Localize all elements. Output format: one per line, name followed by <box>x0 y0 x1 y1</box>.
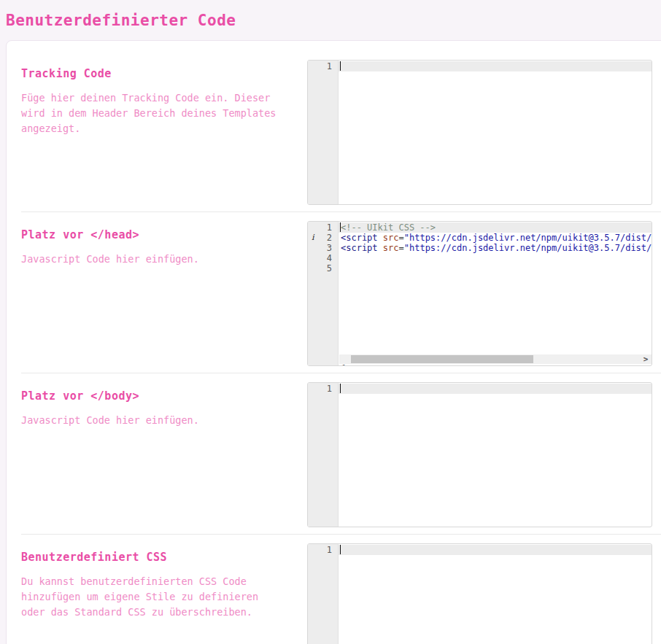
code-token: src <box>383 233 399 243</box>
section-divider <box>21 212 661 212</box>
section-divider <box>21 534 661 535</box>
editor-content[interactable] <box>339 384 652 527</box>
code-line <box>339 253 652 263</box>
editor-content[interactable] <box>339 545 652 644</box>
section-divider <box>21 373 661 373</box>
lint-info-marker: i <box>312 233 314 243</box>
section-heading: Tracking Code <box>21 67 285 80</box>
section-row-before-body: Platz vor </body> Javascript Code hier e… <box>21 382 661 527</box>
section-description: Du kannst benutzerdefinierten CSS Code h… <box>21 574 285 620</box>
text-cursor <box>340 61 341 71</box>
page-title: Benutzerdefinierter Code <box>0 0 661 31</box>
code-token <box>378 243 383 253</box>
code-line <box>339 384 652 394</box>
scroll-right-arrow[interactable]: > <box>641 354 651 364</box>
line-number: 1 <box>308 545 338 555</box>
code-line: <!-- UIkit CSS --> <box>339 222 652 233</box>
code-editor-custom-css[interactable]: 1 <box>307 543 652 644</box>
editor-gutter: 1 <box>308 61 339 204</box>
editor-gutter: 1 <box>308 383 339 527</box>
code-token: "https://cdn.jsdelivr.net/npm/uikit@3.5.… <box>404 233 652 243</box>
section-description: Füge hier deinen Tracking Code ein. Dies… <box>21 90 285 136</box>
code-token: = <box>399 243 404 253</box>
line-number: 4 <box>308 253 338 263</box>
line-number: 3 <box>308 243 338 253</box>
code-line <box>339 545 652 555</box>
section-heading: Platz vor </body> <box>21 389 285 403</box>
line-number: 1 <box>308 61 338 71</box>
code-line <box>339 263 652 273</box>
code-editor-before-body[interactable]: 1 <box>307 382 652 527</box>
text-cursor <box>340 384 341 393</box>
horizontal-scrollbar[interactable]: <> <box>339 354 652 364</box>
editor-gutter: 1 <box>308 544 339 644</box>
line-number: 1 <box>308 222 338 233</box>
code-token: = <box>399 233 404 243</box>
section-description: Javascript Code hier einfügen. <box>21 413 285 428</box>
line-number: 5 <box>308 263 338 273</box>
code-token: "https://cdn.jsdelivr.net/npm/uikit@3.5.… <box>404 243 652 253</box>
editor-content[interactable] <box>339 61 652 204</box>
editor-gutter: 12i345 <box>308 222 339 365</box>
code-editor-tracking-code[interactable]: 1 <box>307 60 652 205</box>
code-editor-before-head[interactable]: 12i345<!-- UIkit CSS --><script src="htt… <box>307 221 652 366</box>
code-token: src <box>383 243 399 253</box>
scroll-thumb[interactable] <box>351 355 533 363</box>
section-description: Javascript Code hier einfügen. <box>21 252 285 267</box>
section-row-custom-css: Benutzerdefiniert CSS Du kannst benutzer… <box>21 543 661 644</box>
settings-card: Tracking Code Füge hier deinen Tracking … <box>6 40 661 644</box>
text-cursor <box>340 545 341 554</box>
code-token: <script <box>341 243 378 253</box>
code-token <box>378 233 383 243</box>
code-token: <!-- UIkit CSS --> <box>341 222 436 233</box>
section-heading: Benutzerdefiniert CSS <box>21 551 285 564</box>
code-line: <script src="https://cdn.jsdelivr.net/np… <box>339 243 652 253</box>
line-number: 2i <box>308 233 338 243</box>
editor-content[interactable]: <!-- UIkit CSS --><script src="https://c… <box>339 222 652 365</box>
text-cursor <box>340 222 341 232</box>
code-token: <script <box>341 233 378 243</box>
code-line: <script src="https://cdn.jsdelivr.net/np… <box>339 233 652 243</box>
line-number: 1 <box>308 384 338 394</box>
code-line <box>339 61 652 71</box>
section-heading: Platz vor </head> <box>21 228 285 241</box>
section-row-tracking-code: Tracking Code Füge hier deinen Tracking … <box>21 60 661 205</box>
section-row-before-head: Platz vor </head> Javascript Code hier e… <box>21 221 661 366</box>
